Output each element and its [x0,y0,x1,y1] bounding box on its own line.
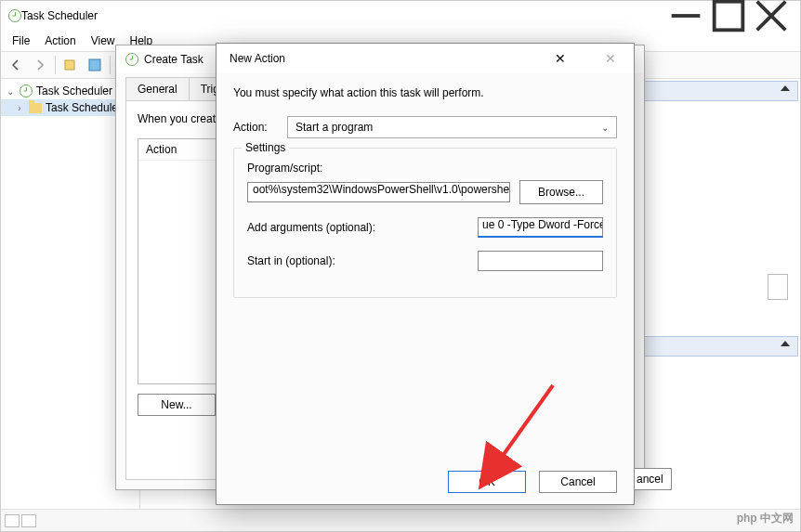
expand-icon[interactable]: ⌄ [5,86,16,97]
expand-icon[interactable]: › [14,103,25,113]
tree-root-label: Task Scheduler (L [36,84,125,97]
minimize-button[interactable] [664,1,707,31]
toolbar-btn-2[interactable] [84,54,106,76]
program-row: oot%\system32\WindowsPowerShell\v1.0\pow… [247,180,603,204]
menu-file[interactable]: File [5,32,37,50]
svg-rect-4 [65,60,74,70]
close-button[interactable] [750,1,793,31]
action-label: Action: [233,121,278,134]
new-action-button[interactable]: New... [138,394,216,416]
tree-library-label: Task Schedule [46,101,118,114]
svg-rect-5 [89,59,100,71]
new-action-body: You must specify what action this task w… [217,73,634,460]
settings-legend: Settings [242,141,289,154]
statusbar [1,509,800,531]
titlebar: Task Scheduler [1,1,800,31]
folder-icon [29,103,42,113]
new-action-intro: You must specify what action this task w… [233,86,617,99]
new-action-titlebar: New Action ✕ ✕ [217,44,634,73]
program-input[interactable]: oot%\system32\WindowsPowerShell\v1.0\pow… [247,182,510,202]
collapse-arrow-icon [781,341,790,346]
cancel-button[interactable]: Cancel [539,471,617,493]
window-buttons [664,1,793,31]
button-bar: OK Cancel [217,460,634,504]
partial-cancel-button[interactable]: ancel [635,468,672,490]
toolbar-btn-1[interactable] [59,54,82,76]
ok-button[interactable]: OK [448,471,526,493]
action-dropdown-value: Start a program [295,121,373,134]
arguments-row: Add arguments (optional): ue 0 -Type Dwo… [247,217,603,238]
partial-button[interactable] [768,274,788,300]
tab-general[interactable]: General [125,77,190,100]
scheduler-icon [20,84,33,97]
startin-row: Start in (optional): [247,251,603,271]
action-dropdown[interactable]: Start a program ⌄ [287,116,617,138]
toolbar-separator [110,56,111,74]
new-action-dialog: New Action ✕ ✕ You must specify what act… [216,43,635,505]
menu-action[interactable]: Action [37,32,83,50]
window-title: Task Scheduler [21,9,664,22]
chevron-down-icon: ⌄ [601,123,609,133]
maximize-button[interactable] [707,1,750,31]
program-label: Program/script: [247,162,603,175]
settings-fieldset: Settings Program/script: oot%\system32\W… [233,148,617,298]
collapse-arrow-icon [781,85,790,91]
close-button[interactable]: ✕ [546,49,574,68]
browse-button[interactable]: Browse... [519,180,603,204]
arguments-input[interactable]: ue 0 -Type Dword -Force [478,217,603,238]
dialog-icon [125,53,138,66]
back-button[interactable] [5,54,27,76]
new-action-title: New Action [230,52,546,65]
status-box [21,514,36,527]
startin-label: Start in (optional): [247,254,335,267]
toolbar-separator [55,56,56,74]
forward-button[interactable] [29,54,51,76]
watermark: php 中文网 [737,511,794,526]
close-button-behind: ✕ [597,49,624,68]
startin-input[interactable] [478,251,603,271]
arguments-label: Add arguments (optional): [247,221,375,234]
status-box [5,514,20,527]
action-row: Action: Start a program ⌄ [233,116,617,138]
svg-rect-1 [715,2,743,31]
app-icon [8,9,21,22]
